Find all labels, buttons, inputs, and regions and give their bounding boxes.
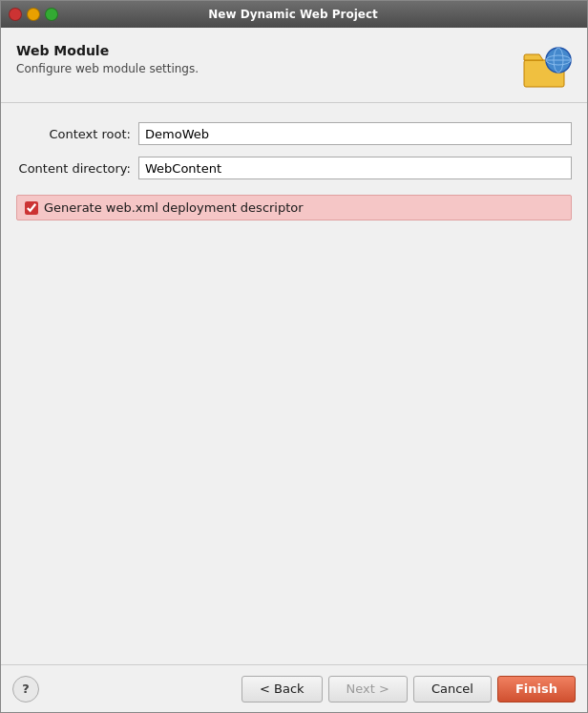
maximize-button[interactable]	[45, 8, 58, 21]
close-button[interactable]	[9, 8, 22, 21]
footer-buttons: < Back Next > Cancel Finish	[39, 676, 576, 703]
window-controls	[9, 8, 58, 21]
page-subtitle: Configure web module settings.	[16, 62, 199, 75]
cancel-button[interactable]: Cancel	[413, 676, 492, 703]
header-icon	[522, 43, 572, 93]
main-window: New Dynamic Web Project Web Module Confi…	[0, 0, 588, 713]
content-directory-input[interactable]	[138, 157, 572, 179]
content-directory-row: Content directory:	[16, 157, 572, 179]
generate-xml-label: Generate web.xml deployment descriptor	[44, 200, 304, 215]
next-button[interactable]: Next >	[328, 676, 408, 703]
help-button[interactable]: ?	[12, 676, 39, 703]
generate-xml-checkbox[interactable]	[25, 201, 38, 215]
footer: ? < Back Next > Cancel Finish	[1, 664, 587, 712]
back-button[interactable]: < Back	[242, 676, 323, 703]
finish-button[interactable]: Finish	[497, 676, 576, 703]
window-title: New Dynamic Web Project	[64, 8, 522, 21]
page-title: Web Module	[16, 43, 199, 58]
content-directory-label: Content directory:	[16, 161, 131, 176]
header-text: Web Module Configure web module settings…	[16, 43, 199, 75]
dialog-content: Web Module Configure web module settings…	[1, 28, 587, 712]
context-root-input[interactable]	[138, 122, 572, 145]
form-area: Context root: Content directory: Generat…	[1, 103, 587, 664]
title-bar: New Dynamic Web Project	[1, 1, 587, 28]
context-root-row: Context root:	[16, 122, 572, 145]
minimize-button[interactable]	[27, 8, 40, 21]
context-root-label: Context root:	[16, 127, 131, 141]
header-section: Web Module Configure web module settings…	[1, 28, 587, 103]
checkbox-row: Generate web.xml deployment descriptor	[16, 195, 572, 220]
